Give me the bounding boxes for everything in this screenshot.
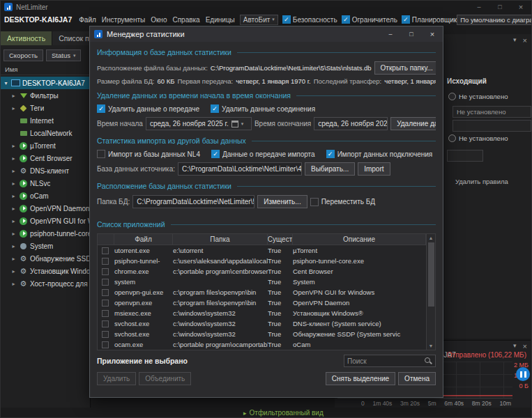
table-row[interactable]: psiphon-tunnel-c:\users\aleksandr\appdat… [98, 256, 426, 266]
column-header-4[interactable]: Описание [293, 234, 426, 245]
expand-arrow-icon[interactable] [10, 105, 17, 111]
search-input[interactable] [347, 357, 424, 365]
menu-item-1[interactable]: Файл [76, 16, 99, 24]
search-box[interactable] [344, 355, 436, 367]
expand-arrow-icon[interactable] [10, 218, 17, 224]
tree-item-17[interactable]: Хост-процесс для слу... [1, 277, 90, 290]
start-date-picker[interactable]: среда, 26 ноября 2025 г. [146, 117, 252, 130]
table-row[interactable]: ocam.exec:\portable program\ocamportable… [98, 339, 426, 350]
expand-arrow-icon[interactable] [3, 80, 9, 86]
import-button[interactable]: Import [358, 162, 390, 176]
import-connection-checkbox[interactable]: Импорт данных подключения [326, 150, 433, 158]
units-dropdown[interactable]: АвтоБит [240, 15, 278, 25]
tree-item-8[interactable]: DNS-клиент [1, 164, 90, 177]
name-column-header[interactable]: Имя [1, 64, 90, 75]
menu-toggle-3[interactable]: Планировщик [402, 15, 457, 24]
table-row[interactable]: systemTrueSystem [98, 277, 426, 287]
deselect-button[interactable]: Снять выделение [326, 372, 395, 385]
table-row[interactable]: chrome.exec:\portable program\centbrowse… [98, 266, 426, 277]
cancel-button[interactable]: Отмена [398, 372, 436, 385]
delete-connection-checkbox[interactable]: Удалить данные соединения [211, 104, 315, 113]
row-checkbox[interactable] [102, 279, 109, 286]
tree-item-7[interactable]: Cent Browser [1, 152, 90, 164]
menu-item-3[interactable]: Окно [148, 16, 169, 24]
minimize-icon[interactable] [380, 26, 401, 42]
column-header-1[interactable]: Файл [114, 234, 173, 245]
speed-button[interactable]: Скорость [3, 49, 43, 61]
collapse-panel-icon[interactable] [513, 36, 517, 45]
expand-arrow-icon[interactable] [10, 256, 17, 262]
computer-name[interactable]: DESKTOP-KAI6JA7 [4, 15, 72, 24]
expand-arrow-icon[interactable] [10, 168, 17, 174]
table-row[interactable]: msiexec.exec:\windows\system32TrueУстано… [98, 308, 426, 318]
table-scrollbar[interactable]: ▲ ▼ [427, 233, 436, 350]
change-folder-button[interactable]: Изменить... [257, 195, 307, 208]
tree-item-11[interactable]: OpenVPN Daemon [1, 202, 90, 215]
expand-arrow-icon[interactable] [10, 281, 17, 287]
tree-item-4[interactable]: Internet [1, 114, 90, 127]
browse-button[interactable]: Выбирать... [305, 162, 355, 176]
menu-toggle-2[interactable]: Ограничитель [342, 15, 397, 24]
status-dropdown[interactable]: Status [46, 49, 81, 61]
row-checkbox[interactable] [102, 258, 109, 265]
tree-item-5[interactable]: LocalNetwork [1, 127, 90, 139]
expand-arrow-icon[interactable] [10, 206, 17, 212]
tree-item-14[interactable]: System [1, 240, 90, 252]
collapse-panel-icon[interactable] [513, 342, 517, 350]
open-folder-button[interactable]: Открыть папку... [374, 61, 436, 75]
delete-transfer-checkbox[interactable]: Удалить данные о передаче [97, 104, 199, 113]
scroll-down-icon[interactable]: ▼ [429, 342, 434, 350]
merge-button[interactable]: Объединить [139, 372, 191, 385]
close-panel-icon[interactable] [523, 36, 527, 45]
filtered-view-toggle[interactable]: Отфильтрованный вид [243, 409, 324, 417]
table-row[interactable]: utorrent.exee:\utorrentTrueµTorrent [98, 245, 426, 256]
maximize-icon[interactable] [401, 26, 422, 42]
outgoing-limit-field-2[interactable] [453, 120, 531, 132]
delete-rules-link[interactable]: Удалить правила [455, 178, 508, 185]
outgoing-radio-2[interactable]: Не установлено [448, 134, 508, 142]
row-checkbox[interactable] [102, 300, 109, 307]
row-checkbox[interactable] [102, 320, 109, 327]
dialog-titlebar[interactable]: Менеджер статистики [90, 26, 443, 42]
menu-toggle-1[interactable]: Безопасность [282, 15, 337, 24]
scroll-up-icon[interactable]: ▲ [429, 234, 434, 242]
expand-arrow-icon[interactable] [10, 180, 17, 187]
row-checkbox[interactable] [102, 310, 109, 317]
tree-item-10[interactable]: oCam [1, 189, 90, 202]
tree-item-15[interactable]: Обнаружение SSDP [1, 252, 90, 265]
menu-item-units[interactable]: Единицы [203, 16, 238, 24]
tree-item-12[interactable]: OpenVPN GUI for Win... [1, 215, 90, 227]
expand-arrow-icon[interactable] [10, 243, 17, 249]
tab-1[interactable]: Активность [1, 31, 52, 45]
delete-data-button[interactable]: Удаление данных [390, 117, 436, 130]
row-checkbox[interactable] [102, 268, 109, 275]
minimize-icon[interactable] [469, 1, 489, 13]
close-icon[interactable] [510, 1, 531, 13]
checkbox-icon[interactable] [282, 15, 291, 24]
row-checkbox[interactable] [102, 331, 109, 338]
expand-arrow-icon[interactable] [10, 143, 17, 149]
column-header-2[interactable]: Папка [173, 234, 268, 245]
rule-field-fragment[interactable] [447, 150, 483, 162]
expand-arrow-icon[interactable] [10, 193, 17, 199]
table-row[interactable]: openvpn.exec:\program files\openvpn\binT… [98, 297, 426, 308]
tree-item-3[interactable]: Теги [1, 102, 90, 114]
row-checkbox[interactable] [102, 341, 109, 348]
scrollbar-thumb[interactable] [428, 242, 434, 307]
tree-item-9[interactable]: NLSvc [1, 177, 90, 189]
tree-item-13[interactable]: psiphon-tunnel-core.e... [1, 227, 90, 240]
outgoing-limit-field[interactable]: Не установлено [453, 106, 531, 118]
checkbox-icon[interactable] [402, 15, 410, 24]
db-folder-field[interactable]: C:\ProgramData\Locktime\NetLimiter\5\Sta… [132, 195, 254, 208]
tree-item-1[interactable]: DESKTOP-KAI6JA7 [1, 77, 90, 89]
layout-dropdown[interactable]: По умолчанию с диаграммой [457, 15, 531, 25]
maximize-icon[interactable] [489, 1, 510, 13]
row-checkbox[interactable] [102, 289, 109, 296]
close-icon[interactable] [422, 26, 443, 42]
expand-arrow-icon[interactable] [10, 231, 17, 237]
move-db-checkbox[interactable]: Переместить БД [310, 198, 375, 206]
table-row[interactable]: openvpn-gui.exec:\program files\openvpn\… [98, 287, 426, 297]
expand-arrow-icon[interactable] [10, 155, 17, 162]
tree-item-16[interactable]: Установщик Windows... [1, 265, 90, 277]
outgoing-radio-1[interactable]: Не установлено [448, 93, 508, 100]
